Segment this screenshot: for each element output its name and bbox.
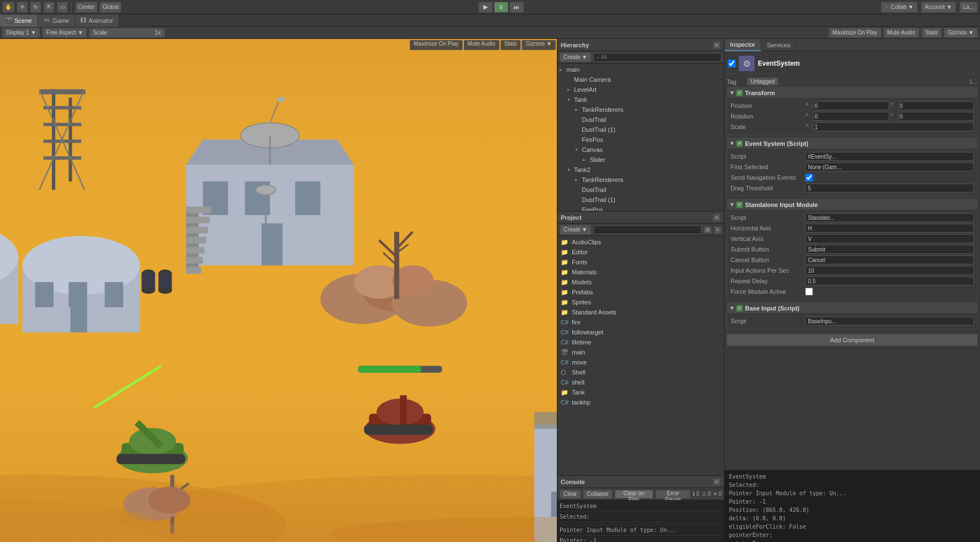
scale-tool-btn[interactable]: ⇱	[43, 2, 55, 13]
force-module-checkbox[interactable]	[805, 288, 813, 295]
project-item[interactable]: C#followtarget	[557, 327, 724, 337]
add-component-button[interactable]: Add Component	[727, 334, 978, 346]
project-item[interactable]: C#move	[557, 357, 724, 367]
hierarchy-search-input[interactable]	[594, 53, 722, 62]
pivot-center-btn[interactable]: Center	[75, 2, 97, 13]
gizmos-overlay[interactable]: Gizmos ▼	[522, 40, 556, 50]
project-item[interactable]: 📁AudioClips	[557, 237, 724, 247]
baseinput-enabled[interactable]: ✓	[736, 305, 743, 312]
scene-tab[interactable]: 🎬 Scene	[0, 14, 38, 27]
project-item[interactable]: C#shell	[557, 377, 724, 387]
project-item[interactable]: 📁Prefabs	[557, 287, 724, 297]
inspector-tab[interactable]: Inspector	[724, 39, 761, 51]
services-tab[interactable]: Services	[761, 39, 796, 51]
project-item[interactable]: 📁Sprites	[557, 297, 724, 307]
mute-audio-btn[interactable]: Mute Audio	[884, 28, 919, 38]
tree-item[interactable]: DustTrail (1)	[557, 195, 724, 205]
submit-btn-input[interactable]	[805, 245, 974, 254]
input-actions-input[interactable]	[805, 266, 974, 275]
eventsystem-enabled[interactable]: ✓	[736, 140, 743, 147]
tree-item[interactable]: Main Camera	[557, 75, 724, 85]
cancel-btn-input[interactable]	[805, 255, 974, 264]
drag-threshold-input[interactable]	[805, 184, 974, 193]
move-tool-btn[interactable]: ✛	[17, 2, 28, 13]
scale-x-input[interactable]	[813, 122, 974, 131]
project-item[interactable]: 📁Fonts	[557, 257, 724, 267]
project-close-btn[interactable]: ×	[713, 214, 721, 221]
tree-item[interactable]: FirePos	[557, 205, 724, 211]
gizmos-btn[interactable]: Gizmos ▼	[944, 28, 978, 38]
tree-item[interactable]: DustTrail	[557, 185, 724, 195]
tree-item[interactable]: ▾Tank	[557, 95, 724, 105]
first-selected-input[interactable]	[805, 162, 974, 171]
game-viewport[interactable]: Maximize On Play Mute Audio Stats Gizmos…	[0, 39, 557, 542]
horiz-axis-input[interactable]	[805, 224, 974, 233]
inspector-object-name[interactable]: EventSystem	[758, 60, 800, 67]
si-script-input[interactable]	[805, 213, 974, 222]
tree-item[interactable]: ▾Canvas	[557, 145, 724, 155]
project-item[interactable]: 📁Models	[557, 277, 724, 287]
tree-item[interactable]: DustTrail	[557, 115, 724, 125]
project-item[interactable]: 📁Tank	[557, 387, 724, 397]
send-nav-checkbox[interactable]	[805, 174, 813, 181]
hand-tool-btn[interactable]: ✋	[2, 2, 14, 13]
stats-overlay[interactable]: Stats	[501, 40, 521, 50]
inspector-active-checkbox[interactable]	[728, 60, 736, 67]
project-item[interactable]: 📁Materials	[557, 267, 724, 277]
layers-button[interactable]: La...	[959, 2, 978, 13]
console-error-pause-btn[interactable]: Error Pause	[655, 490, 690, 499]
project-item[interactable]: 🎬main	[557, 347, 724, 357]
collab-button[interactable]: ✓ Collab ▼	[881, 2, 918, 13]
scale-slider[interactable]	[109, 32, 153, 33]
project-layout-btn[interactable]: ⊞	[704, 226, 712, 234]
console-clear-on-play-btn[interactable]: Clear on Play	[615, 490, 653, 499]
es-script-input[interactable]	[805, 152, 974, 161]
rotation-y-input[interactable]	[898, 112, 974, 121]
animator-tab[interactable]: 🎞 Animator	[75, 14, 119, 27]
bi-script-input[interactable]	[805, 317, 974, 326]
transform-header[interactable]: ▾ ✓ Transform	[727, 87, 977, 98]
tree-item[interactable]: ▸TankRenderers	[557, 105, 724, 115]
project-list-btn[interactable]: ≡	[714, 226, 722, 234]
project-search-input[interactable]	[594, 225, 702, 234]
eventsystem-header[interactable]: ▾ ✓ Event System (Script)	[727, 138, 977, 149]
rect-tool-btn[interactable]: ▭	[57, 2, 68, 13]
project-item[interactable]: C#fire	[557, 317, 724, 327]
account-button[interactable]: Account ▼	[921, 2, 956, 13]
hierarchy-close-btn[interactable]: ×	[713, 41, 721, 49]
baseinput-header[interactable]: ▾ ✓ Base Input (Script)	[727, 303, 977, 314]
project-item[interactable]: 📁Editor	[557, 247, 724, 257]
repeat-delay-input[interactable]	[805, 277, 974, 285]
tag-value[interactable]: Untagged	[747, 77, 778, 86]
tree-item[interactable]: FirePos	[557, 135, 724, 145]
maximize-on-play-btn[interactable]: Maximize On Play	[829, 28, 881, 38]
project-item[interactable]: ⬡Shell	[557, 367, 724, 377]
step-button[interactable]: ⏭	[509, 2, 524, 13]
tree-item[interactable]: ▸LevelArt	[557, 85, 724, 95]
aspect-select[interactable]: Free Aspect ▼	[42, 28, 87, 38]
project-create-btn[interactable]: Create ▼	[560, 225, 591, 235]
transform-enabled[interactable]: ✓	[736, 90, 743, 96]
mute-audio-overlay[interactable]: Mute Audio	[464, 40, 499, 50]
play-button[interactable]: ▶	[478, 2, 493, 13]
tree-item[interactable]: ▾Tank2	[557, 165, 724, 175]
tree-item[interactable]: ▸Slider	[557, 155, 724, 165]
display-select[interactable]: Display 1 ▼	[2, 28, 40, 38]
standalone-enabled[interactable]: ✓	[736, 201, 743, 208]
project-item[interactable]: C#tankhp	[557, 397, 724, 407]
project-item[interactable]: 📁Standard Assets	[557, 307, 724, 317]
console-collapse-btn[interactable]: Collapse	[583, 490, 612, 499]
hierarchy-create-btn[interactable]: Create ▼	[560, 52, 591, 62]
console-close-btn[interactable]: ×	[713, 478, 721, 486]
pivot-global-btn[interactable]: Global	[100, 2, 121, 13]
position-y-input[interactable]	[898, 101, 974, 110]
console-log-content[interactable]: EventSystemSelected:Pointer Input Module…	[557, 500, 724, 542]
stats-btn[interactable]: Stats	[922, 28, 942, 38]
standalone-header[interactable]: ▾ ✓ Standalone Input Module	[727, 199, 977, 210]
project-item[interactable]: C#lifetime	[557, 337, 724, 347]
game-tab[interactable]: 🎮 Game	[38, 14, 75, 27]
maximize-on-play-overlay[interactable]: Maximize On Play	[410, 40, 463, 50]
position-x-input[interactable]	[813, 101, 889, 110]
tree-item[interactable]: ▸main	[557, 65, 724, 75]
rotation-x-input[interactable]	[813, 112, 889, 121]
